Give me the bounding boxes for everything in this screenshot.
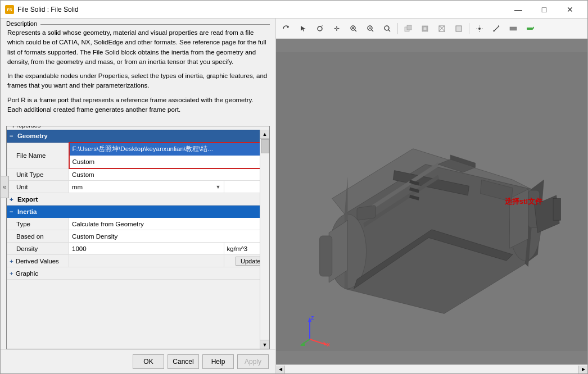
toolbar-3d-btn[interactable] xyxy=(400,21,416,37)
svg-rect-28 xyxy=(510,27,517,30)
titlebar: FS File Solid : File Solid — □ ✕ xyxy=(1,1,587,19)
type-row: Type Calculate from Geometry ▼ xyxy=(7,218,269,230)
cancel-button[interactable]: Cancel xyxy=(168,354,199,369)
toolbar-refresh-btn[interactable] xyxy=(278,21,294,37)
based-on-label: Based on xyxy=(7,230,69,243)
export-label: Export xyxy=(17,196,38,203)
window-title: File Solid : File Solid xyxy=(17,6,505,13)
scroll-thumb[interactable] xyxy=(261,139,269,153)
type-label: Type xyxy=(7,218,69,230)
svg-rect-36 xyxy=(553,198,560,220)
svg-text:FS: FS xyxy=(7,8,12,12)
toolbar-wire-btn[interactable] xyxy=(434,21,450,37)
derived-expand-icon: + xyxy=(10,258,13,264)
axes-indicator: Z X xyxy=(298,314,332,348)
toolbar-cursor-btn[interactable] xyxy=(295,21,311,37)
properties-section: Properties − Geometry xyxy=(1,124,275,349)
hscroll-right-btn[interactable]: ▶ xyxy=(578,366,587,373)
derived-values-row: +Derived Values Update xyxy=(7,255,269,267)
svg-line-29 xyxy=(533,27,534,29)
3d-viewport: 选择stl文件 Z X xyxy=(276,39,587,364)
file-name-row: File Name F:\Users\岳照坤\Desktop\keyanxunl… xyxy=(7,143,269,168)
toolbar-solid-btn[interactable] xyxy=(417,21,433,37)
toolbar-separator-2 xyxy=(469,23,469,34)
svg-line-20 xyxy=(439,28,442,31)
right-panel: ✛ xyxy=(276,19,587,373)
geometry-label: Geometry xyxy=(17,133,48,139)
geometry-group-header[interactable]: − Geometry xyxy=(7,130,269,143)
description-text: Represents a solid whose geometry, mater… xyxy=(6,28,270,115)
graphic-expand-icon: + xyxy=(10,270,13,277)
svg-rect-16 xyxy=(423,27,427,30)
panel-collapse-button[interactable]: « xyxy=(1,176,9,198)
svg-point-2 xyxy=(318,26,322,31)
svg-text:X: X xyxy=(327,342,330,348)
properties-label: Properties xyxy=(10,126,43,129)
hscroll-left-btn[interactable]: ◀ xyxy=(276,366,285,373)
unit-type-value: Custom xyxy=(69,168,269,181)
close-button[interactable]: ✕ xyxy=(557,1,583,19)
svg-rect-30 xyxy=(527,28,533,30)
toolbar-settings-btn[interactable] xyxy=(472,21,487,37)
derived-values-spacer xyxy=(69,255,224,267)
graphic-label: +Graphic xyxy=(7,267,269,280)
apply-button[interactable]: Apply xyxy=(237,354,269,369)
file-name-value[interactable]: F:\Users\岳照坤\Desktop\keyanxunlian\教程\结..… xyxy=(69,143,269,168)
type-value[interactable]: Calculate from Geometry ▼ xyxy=(69,218,269,230)
density-label: Density xyxy=(7,243,69,255)
file-dropdown-item-2[interactable]: Custom xyxy=(70,156,269,168)
toolbar-section-btn[interactable] xyxy=(505,21,521,37)
svg-line-19 xyxy=(442,26,445,28)
ok-button[interactable]: OK xyxy=(133,354,164,369)
scroll-down-button[interactable]: ▼ xyxy=(260,340,269,349)
geometry-expand-icon: − xyxy=(10,133,13,139)
toolbar-shadedwire-btn[interactable] xyxy=(451,21,467,37)
horizontal-scrollbar[interactable]: ◀ ▶ xyxy=(276,364,587,373)
svg-rect-37 xyxy=(357,206,376,221)
file-name-label: File Name xyxy=(7,143,69,168)
toolbar-separator-1 xyxy=(397,23,398,34)
svg-line-24 xyxy=(494,26,499,31)
minimize-button[interactable]: — xyxy=(505,1,531,19)
toolbar-measure-btn[interactable] xyxy=(489,21,504,37)
vertical-scrollbar[interactable]: ▲ ▼ xyxy=(260,130,269,349)
inertia-group-header[interactable]: − Inertia xyxy=(7,206,269,218)
density-row: Density 1000 kg/m^3 ▼ xyxy=(7,243,269,255)
based-on-value[interactable]: Custom Density ▼ xyxy=(69,230,269,243)
description-para-2: In the expandable nodes under Properties… xyxy=(7,71,269,91)
description-para-1: Represents a solid whose geometry, mater… xyxy=(7,28,269,67)
svg-line-21 xyxy=(442,28,445,31)
chinese-label: 选择stl文件 xyxy=(505,197,542,207)
unit-value[interactable]: mm ▼ xyxy=(69,181,224,193)
density-value[interactable]: 1000 xyxy=(69,243,224,255)
unit-label: Unit xyxy=(7,181,69,193)
dialog-buttons: OK Cancel Help Apply xyxy=(1,349,275,373)
svg-rect-14 xyxy=(407,25,411,30)
svg-point-11 xyxy=(385,26,389,30)
toolbar-pan-btn[interactable]: ✛ xyxy=(329,21,345,37)
inertia-expand-icon: − xyxy=(10,208,13,215)
toolbar-zoom-btn[interactable] xyxy=(346,21,361,37)
svg-rect-22 xyxy=(456,26,462,31)
main-content: Description Represents a solid whose geo… xyxy=(1,19,587,373)
toolbar-rotate-btn[interactable] xyxy=(312,21,328,37)
svg-line-18 xyxy=(439,26,442,28)
toolbar-extra-btn[interactable] xyxy=(522,21,538,37)
maximize-button[interactable]: □ xyxy=(531,1,557,19)
description-section: Description Represents a solid whose geo… xyxy=(1,19,275,124)
inertia-label: Inertia xyxy=(17,208,37,215)
help-button[interactable]: Help xyxy=(202,354,234,369)
unit-dropdown-arrow[interactable]: ▼ xyxy=(216,184,221,190)
viewport-toolbar: ✛ xyxy=(276,19,587,39)
properties-table-wrapper: − Geometry File Name F:\Use xyxy=(7,130,269,349)
main-window: FS File Solid : File Solid — □ ✕ Descrip… xyxy=(0,0,588,374)
svg-line-9 xyxy=(372,30,373,31)
export-group-header[interactable]: + Export xyxy=(7,193,269,206)
export-expand-icon: + xyxy=(10,196,13,203)
svg-text:Z: Z xyxy=(311,315,314,321)
scroll-up-button[interactable]: ▲ xyxy=(260,130,269,139)
toolbar-zoomarea-btn[interactable] xyxy=(379,21,395,37)
unit-row: Unit mm ▼ xyxy=(7,181,269,193)
file-dropdown-item-1[interactable]: F:\Users\岳照坤\Desktop\keyanxunlian\教程\结..… xyxy=(70,143,269,156)
toolbar-zoomfit-btn[interactable] xyxy=(363,21,378,37)
